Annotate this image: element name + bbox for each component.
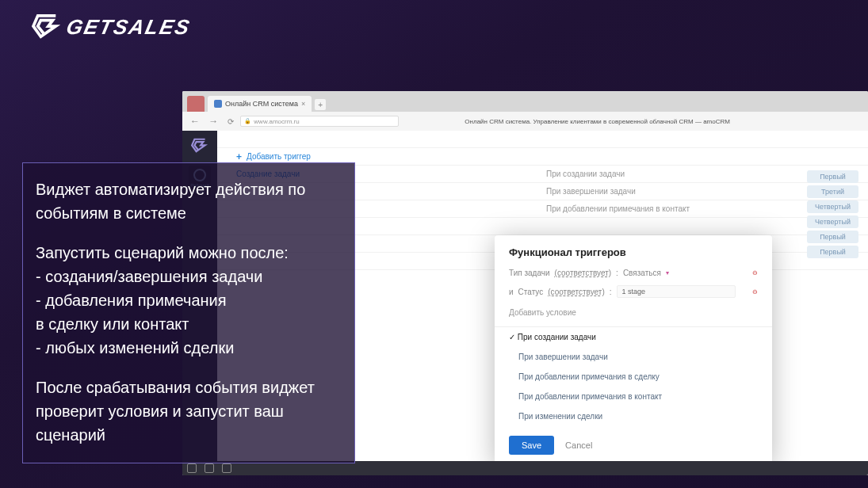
brand-logo: GETSALES <box>32 14 190 40</box>
cond-and: и <box>509 288 514 296</box>
overlay-b4: - любых изменений сделки <box>36 336 342 360</box>
url-text: www.amocrm.ru <box>254 118 299 125</box>
browser-tab-strip: Онлайн CRM система × + <box>182 91 868 112</box>
taskbar-icon[interactable] <box>222 463 231 473</box>
status-select[interactable]: 1 stage <box>617 285 736 298</box>
stage-badge: Четвертый <box>807 215 858 228</box>
sidebar-logo-icon[interactable] <box>191 137 208 154</box>
explainer-overlay: Виджет автоматизирует действия по событи… <box>22 162 355 463</box>
tab-title: Онлайн CRM система <box>225 100 298 108</box>
trigger-event: При добавлении примечания в контакт <box>546 204 690 213</box>
cancel-link[interactable]: Cancel <box>565 440 592 450</box>
reload-icon[interactable]: ⟳ <box>228 117 234 126</box>
overlay-p3: После срабатывания события виджет провер… <box>36 376 342 447</box>
stage-badge-column: Первый Третий Четвертый Четвертый Первый… <box>807 170 858 258</box>
brand-mark-icon <box>32 14 62 40</box>
stage-badge: Третий <box>807 185 858 198</box>
trigger-modal: Функционал триггеров Тип задачи (соответ… <box>495 235 772 466</box>
add-condition-link[interactable]: Добавить условие <box>495 302 772 326</box>
cond-operator[interactable]: (соответствует) <box>548 288 605 296</box>
stage-badge: Четвертый <box>807 200 858 213</box>
event-dropdown: При создании задачи При завершении задач… <box>495 326 772 426</box>
browser-address-bar: ← → ⟳ 🔒 www.amocrm.ru Онлайн CRM система… <box>182 112 868 131</box>
browser-nav-icons[interactable]: ← → <box>190 116 221 127</box>
url-field[interactable]: 🔒 www.amocrm.ru <box>240 116 399 127</box>
cond-value[interactable]: Связаться <box>623 269 661 277</box>
condition-row-status: и Статус (соответствует): 1 stage ⊖ <box>495 281 772 302</box>
browser-tab-active[interactable]: Онлайн CRM система × <box>208 96 312 112</box>
cond-field-label: Тип задачи <box>509 269 550 277</box>
overlay-b3: в сделку или контакт <box>36 312 342 336</box>
pinned-tab-icon[interactable] <box>187 96 205 112</box>
cond-operator[interactable]: (соответствует) <box>555 269 612 277</box>
add-trigger-label: Добавить триггер <box>247 152 311 161</box>
taskbar-icon[interactable] <box>205 463 214 473</box>
overlay-p1: Виджет автоматизирует действия по событи… <box>36 177 342 225</box>
chevron-down-icon[interactable]: ▾ <box>666 269 669 276</box>
stage-badge: Первый <box>807 231 858 243</box>
overlay-p2: Запустить сценарий можно после: <box>36 241 342 265</box>
dropdown-item[interactable]: При добавлении примечания в контакт <box>495 387 772 406</box>
plus-icon: + <box>236 151 242 162</box>
condition-row-task-type: Тип задачи (соответствует): Связаться ▾ … <box>495 265 772 281</box>
new-tab-button[interactable]: + <box>315 99 326 110</box>
lock-icon: 🔒 <box>244 118 251 124</box>
overlay-b1: - создания/завершения задачи <box>36 265 342 288</box>
overlay-b2: - добавления примечания <box>36 288 342 312</box>
dropdown-item[interactable]: При завершении задачи <box>495 347 772 367</box>
modal-footer: Save Cancel <box>495 426 772 466</box>
dropdown-item[interactable]: При добавлении примечания в сделку <box>495 367 772 387</box>
page-title-text: Онлайн CRM система. Управление клиентами… <box>465 118 730 125</box>
trigger-event: При завершении задачи <box>546 187 636 196</box>
brand-text: GETSALES <box>64 15 193 40</box>
delete-condition-icon[interactable]: ⊖ <box>752 288 758 295</box>
stage-badge: Первый <box>807 246 858 258</box>
delete-condition-icon[interactable]: ⊖ <box>752 269 758 276</box>
trigger-event: При создании задачи <box>546 170 625 178</box>
save-button[interactable]: Save <box>509 436 554 455</box>
cond-field-label: Статус <box>518 288 544 296</box>
dropdown-item[interactable]: При изменении сделки <box>495 406 772 426</box>
trigger-row-head <box>217 131 868 148</box>
modal-title: Функционал триггеров <box>495 235 772 265</box>
taskbar-icon[interactable] <box>187 463 197 473</box>
tab-close-icon[interactable]: × <box>301 100 305 108</box>
dropdown-item[interactable]: При создании задачи <box>495 327 772 347</box>
stage-badge: Первый <box>807 170 858 183</box>
tab-favicon-icon <box>214 100 222 108</box>
